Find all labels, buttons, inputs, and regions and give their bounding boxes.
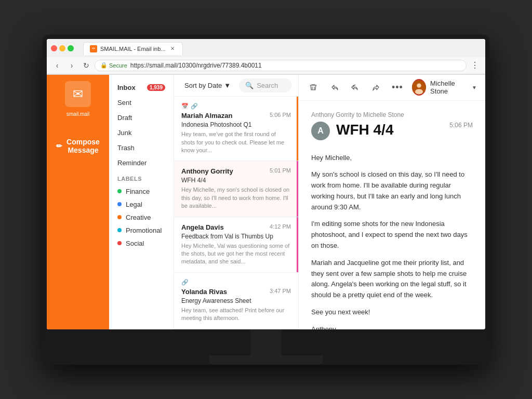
email-preview: Hey team, we've got the first round of s… [181,130,291,154]
label-finance[interactable]: Finance [109,185,174,198]
sender-avatar: A [311,122,330,140]
back-button[interactable]: ‹ [51,59,63,72]
promotional-label: Promotional [126,227,162,234]
tab-title: SMAIL.MAIL - Email inb... [100,46,166,52]
email-list-column: Sort by Date ▼ 🔍 Search 📅 🔗 [174,75,299,329]
label-promotional[interactable]: Promotional [109,224,174,237]
window-controls [51,45,74,51]
reply-all-button[interactable] [349,80,362,95]
search-placeholder: Search [257,82,278,89]
reply-button[interactable] [328,80,340,95]
sort-dropdown[interactable]: Sort by Date ▼ [180,79,235,91]
email-header: Mariah Almazan 5:06 PM [181,112,291,119]
trash-label: Trash [117,144,135,152]
finance-dot [117,189,122,193]
titlebar: ✏ SMAIL.MAIL - Email inb... ✕ [47,39,485,57]
browser-menu-button[interactable]: ⋮ [469,59,481,72]
email-time: 3:47 PM [270,288,291,294]
lock-icon: 🔒 [100,62,108,69]
legal-dot [117,202,122,206]
draft-label: Draft [117,114,132,122]
app-container: ✉ smail.mail ✏ Compose Message Inbox 1,9… [47,75,485,329]
logo-icon: ✉ [73,87,83,101]
browser-nav: ‹ › ↻ 🔒 Secure https://smail.mail/10300/… [47,57,485,74]
compose-label: Compose Message [66,138,100,154]
email-meta: Anthony Gorrity to Michelle Stone [311,111,473,118]
list-item[interactable]: 🔗 Yolanda Rivas 3:47 PM Energy Awareness… [174,273,298,329]
search-icon: 🔍 [245,82,254,89]
browser-tab[interactable]: ✏ SMAIL.MAIL - Email inb... ✕ [83,42,183,55]
compose-button[interactable]: ✏ Compose Message [48,132,108,159]
email-preview: Hey Michelle, my son's school is closed … [181,186,291,210]
email-sender: Angela Davis [181,223,224,231]
label-legal[interactable]: Legal [109,198,174,211]
junk-label: Junk [117,129,131,137]
email-header: Yolanda Rivas 3:47 PM [181,288,291,296]
body-para-4: Mariah and Jacqueline got me their prior… [311,258,473,301]
reminder-label: Reminder [117,159,147,167]
email-sender: Yolanda Rivas [181,288,227,296]
labels-heading: Labels [109,170,174,185]
monitor-screen: ✏ SMAIL.MAIL - Email inb... ✕ ‹ › ↻ 🔒 Se… [47,39,485,329]
list-item[interactable]: Angela Davis 4:12 PM Feedback from Val i… [174,217,298,273]
close-button[interactable] [51,45,57,51]
address-bar[interactable]: 🔒 Secure https://smail.mail/10300/nrgdri… [95,60,467,71]
legal-label: Legal [126,201,142,208]
email-subject: Feedback from Val is Thumbs Up [181,233,291,240]
email-header: Anthony Gorrity 5:01 PM [181,167,291,175]
email-indicator [297,217,298,272]
list-item[interactable]: 📅 🔗 Mariah Almazan 5:06 PM Indonesia Pho… [174,97,298,161]
body-para-2: My son's school is closed on this day, s… [311,169,473,212]
finance-label: Finance [126,188,150,195]
email-icons: 📅 🔗 [181,103,291,110]
email-view-time: 5:06 PM [449,122,473,129]
email-view: ••• Michelle Stone ▼ [299,75,485,329]
promotional-dot [117,228,122,232]
monitor-neck [250,329,282,355]
list-item[interactable]: Anthony Gorrity 5:01 PM WFH 4/4 Hey Mich… [174,161,298,217]
sidebar-item-junk[interactable]: Junk [109,125,174,140]
email-indicator [297,161,298,216]
sort-label: Sort by Date [184,82,222,89]
monitor-stand [47,329,485,365]
sidebar-item-trash[interactable]: Trash [109,140,174,155]
body-para-3: I'm editing some shots for the new Indon… [311,219,473,251]
more-options-button[interactable]: ••• [391,80,404,95]
inbox-badge: 1,939 [147,84,165,91]
user-dropdown-arrow: ▼ [472,85,477,90]
avatar [412,79,426,96]
sidebar-item-sent[interactable]: Sent [109,95,174,110]
email-list: 📅 🔗 Mariah Almazan 5:06 PM Indonesia Pho… [174,97,299,329]
user-area[interactable]: Michelle Stone ▼ [412,79,477,96]
link-icon: 🔗 [181,279,189,286]
sidebar-item-draft[interactable]: Draft [109,110,174,125]
email-sender: Mariah Almazan [181,112,233,119]
delete-button[interactable] [307,80,320,95]
forward-button[interactable] [370,80,382,95]
search-box[interactable]: 🔍 Search [239,78,292,92]
body-para-5: See you next week! [311,307,473,318]
svg-point-2 [415,89,423,94]
sidebar-item-reminder[interactable]: Reminder [109,155,174,170]
monitor-base [209,355,323,365]
sidebar-item-inbox[interactable]: Inbox 1,939 [109,80,174,95]
body-para-6: Anthony [311,324,473,329]
social-dot [117,241,122,245]
email-content: Anthony Gorrity to Michelle Stone A WFH … [299,101,485,329]
dots-icon: ••• [392,82,403,93]
inbox-label: Inbox [117,84,136,91]
minimize-button[interactable] [59,45,65,51]
maximize-button[interactable] [68,45,74,51]
label-creative[interactable]: Creative [109,211,174,224]
nav-panel: Inbox 1,939 Sent Draft Junk Trash Remind… [109,75,174,329]
social-label: Social [126,240,144,247]
email-time: 5:01 PM [270,167,291,174]
email-icons: 🔗 [181,279,291,286]
label-social[interactable]: Social [109,237,174,250]
tab-close-button[interactable]: ✕ [169,45,176,52]
tab-bar: ✏ SMAIL.MAIL - Email inb... ✕ [79,42,187,55]
list-toolbar: Sort by Date ▼ 🔍 Search [174,75,298,97]
refresh-button[interactable]: ↻ [80,59,92,72]
forward-button[interactable]: › [65,59,78,72]
creative-label: Creative [126,214,151,221]
